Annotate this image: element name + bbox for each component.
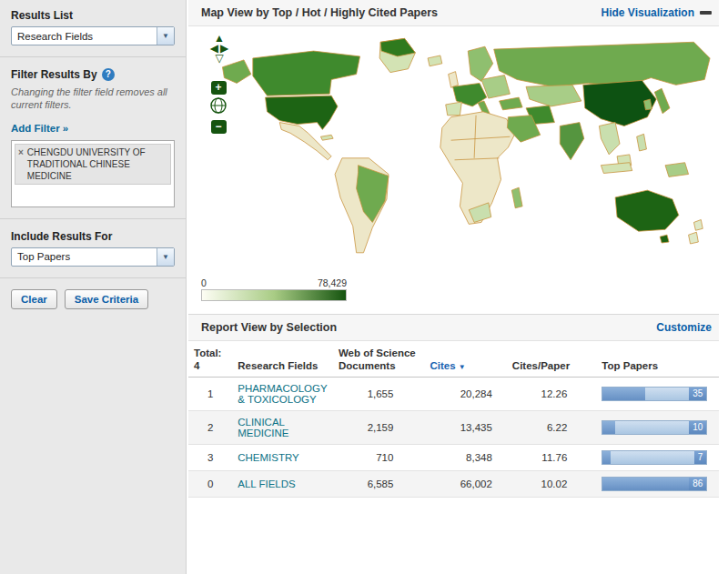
save-criteria-button[interactable]: Save Criteria (65, 289, 148, 309)
chevron-down-icon: ▼ (157, 27, 174, 45)
row-rank: 2 (188, 410, 232, 444)
country-philippines (637, 134, 647, 151)
table-row: 3 CHEMISTRY 710 8,348 11.76 7 (188, 444, 719, 470)
sidebar-divider (0, 56, 186, 57)
filter-chip-label: CHENGDU UNIVERSITY OF TRADITIONAL CHINES… (27, 146, 167, 182)
map-zoom-control[interactable]: + − (209, 81, 228, 134)
help-icon[interactable]: ? (102, 68, 115, 81)
cites-value: 8,348 (424, 444, 506, 470)
column-research-fields: Research Fields (232, 343, 333, 377)
map-container: ▲ ◀▶ ▽ + − (197, 30, 715, 268)
docs-value: 2,159 (333, 410, 424, 444)
top-papers-bar: 86 (602, 477, 707, 491)
map-legend: 0 78,429 (201, 277, 719, 301)
new-guinea (665, 163, 689, 177)
legend-max-value: 78,429 (318, 277, 347, 288)
country-turkey (500, 97, 523, 110)
field-link[interactable]: CHEMISTRY (238, 452, 299, 463)
results-list-value: Research Fields (17, 31, 93, 42)
country-iceland (428, 55, 442, 66)
legend-min-value: 0 (201, 277, 207, 288)
report-title: Report View by Selection (201, 321, 337, 334)
top-papers-bar: 35 (602, 387, 707, 401)
map-title: Map View by Top / Hot / Highly Cited Pap… (201, 6, 438, 19)
country-madagascar (511, 187, 522, 208)
map-header-bar: Map View by Top / Hot / Highly Cited Pap… (188, 0, 719, 26)
row-rank: 1 (188, 377, 232, 410)
table-row: 0 ALL FIELDS 6,585 66,002 10.02 86 (188, 470, 719, 497)
pan-down-icon: ▽ (215, 52, 225, 65)
indonesia (601, 163, 632, 174)
filter-note: Changing the filter field removes all cu… (11, 86, 175, 112)
results-list-select[interactable]: Research Fields ▼ (11, 26, 175, 45)
field-link[interactable]: CLINICAL MEDICINE (238, 417, 288, 438)
central-asia (526, 85, 581, 106)
country-australia (615, 190, 679, 231)
tasmania (660, 235, 669, 243)
table-header-row: Total: 4 Research Fields Web of Science … (188, 343, 719, 377)
top-papers-value: 10 (689, 421, 706, 434)
country-korea (644, 99, 652, 110)
remove-filter-icon[interactable]: × (18, 146, 24, 182)
country-usa (266, 96, 338, 129)
row-rank: 3 (188, 444, 232, 470)
cites-per-paper-value: 11.76 (507, 444, 596, 470)
iberia (446, 102, 462, 116)
main-content: Map View by Top / Hot / Highly Cited Pap… (187, 0, 728, 574)
hide-visualization-link[interactable]: Hide Visualization (602, 6, 712, 19)
scandinavia (468, 46, 492, 81)
filter-chip: × CHENGDU UNIVERSITY OF TRADITIONAL CHIN… (15, 144, 171, 185)
zoom-in-button[interactable]: + (211, 81, 227, 95)
top-papers-value: 35 (689, 388, 706, 400)
zoom-out-button[interactable]: − (211, 120, 227, 134)
country-canada (253, 51, 360, 96)
report-header-bar: Report View by Selection Customize (188, 314, 719, 341)
column-cites-per-paper: Cites/Paper (507, 343, 596, 377)
top-papers-bar: 7 (602, 450, 707, 465)
cites-value: 20,284 (424, 377, 506, 410)
country-india (560, 123, 583, 160)
world-choropleth-map[interactable] (197, 30, 715, 268)
sidebar: Results List Research Fields ▼ Filter Re… (0, 0, 187, 574)
report-table: Total: 4 Research Fields Web of Science … (188, 343, 719, 498)
sort-desc-icon: ▼ (459, 363, 466, 371)
cites-value: 13,435 (424, 410, 506, 444)
top-papers-value: 7 (694, 451, 707, 464)
field-link[interactable]: PHARMACOLOGY & TOXICOLOGY (238, 383, 327, 405)
column-cites: Cites ▼ (424, 343, 506, 377)
column-wos-documents: Web of Science Documents (333, 343, 424, 377)
sort-by-cites-link[interactable]: Cites ▼ (430, 360, 465, 371)
add-filter-link[interactable]: Add Filter » (11, 123, 68, 134)
sidebar-divider (0, 218, 186, 219)
collapse-icon (700, 11, 712, 15)
country-russia (494, 42, 710, 86)
active-filters-box: × CHENGDU UNIVERSITY OF TRADITIONAL CHIN… (11, 140, 175, 207)
cites-per-paper-value: 12.26 (507, 377, 596, 410)
total-count: Total: 4 (188, 343, 232, 377)
country-japan (654, 88, 670, 113)
docs-value: 6,585 (333, 470, 424, 497)
top-papers-bar: 10 (602, 420, 707, 435)
table-row: 2 CLINICAL MEDICINE 2,159 13,435 6.22 10 (188, 410, 719, 444)
include-results-value: Top Papers (17, 251, 70, 262)
column-top-papers: Top Papers (596, 343, 719, 377)
results-list-label: Results List (11, 9, 175, 22)
map-pan-control[interactable]: ▲ ◀▶ ▽ (205, 34, 236, 64)
table-row: 1 PHARMACOLOGY & TOXICOLOGY 1,655 20,284… (188, 377, 719, 410)
chevron-down-icon: ▼ (157, 248, 174, 266)
cites-per-paper-value: 10.02 (507, 470, 596, 497)
row-rank: 0 (188, 470, 232, 497)
customize-link[interactable]: Customize (656, 321, 712, 334)
globe-icon[interactable] (209, 96, 228, 118)
new-zealand (693, 220, 703, 231)
southeast-asia (599, 123, 620, 155)
esi-app: Results List Research Fields ▼ Filter Re… (0, 0, 728, 574)
clear-button[interactable]: Clear (11, 289, 57, 309)
docs-value: 710 (333, 444, 424, 470)
include-results-label: Include Results For (11, 230, 175, 243)
docs-value: 1,655 (333, 377, 424, 410)
cites-per-paper-value: 6.22 (507, 410, 596, 444)
field-link[interactable]: ALL FIELDS (238, 478, 296, 489)
include-results-select[interactable]: Top Papers ▼ (11, 247, 175, 267)
filter-by-label: Filter Results By (11, 68, 97, 81)
